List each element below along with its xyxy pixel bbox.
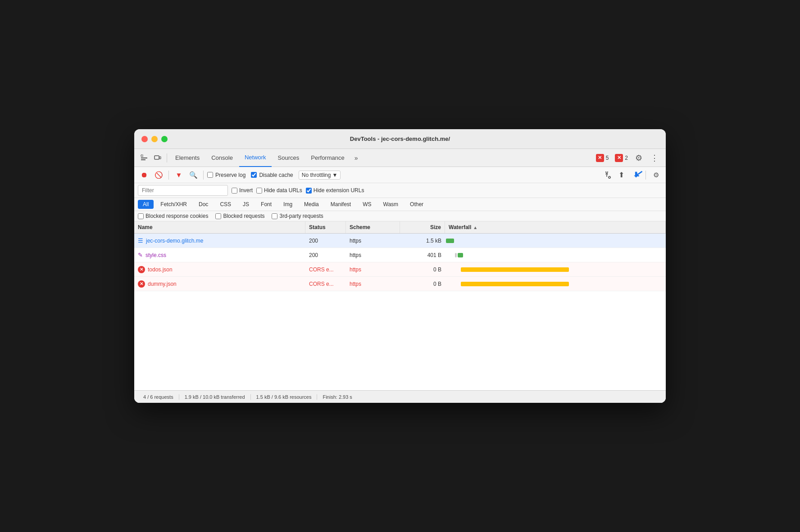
third-party-checkbox[interactable] — [272, 213, 277, 219]
wifi-settings-button[interactable] — [600, 169, 613, 181]
cell-waterfall-3 — [445, 262, 666, 277]
warning-x-icon: ✕ — [615, 154, 623, 162]
header-waterfall[interactable]: Waterfall ▲ — [445, 221, 666, 233]
cell-status-2: 200 — [305, 252, 346, 258]
block-filters: Blocked response cookies Blocked request… — [134, 211, 666, 221]
svg-rect-2 — [141, 159, 145, 160]
cell-waterfall-1 — [445, 234, 666, 248]
more-tabs-button[interactable]: » — [351, 153, 362, 163]
status-bar: 4 / 6 requests 1.9 kB / 10.0 kB transfer… — [134, 390, 666, 403]
warning-badge: ✕ 2 — [612, 153, 631, 163]
header-scheme[interactable]: Scheme — [346, 221, 400, 233]
cell-scheme-2: https — [346, 252, 400, 258]
tab-console[interactable]: Console — [206, 149, 238, 167]
cell-size-3: 0 B — [400, 266, 445, 273]
window-title: DevTools - jec-cors-demo.glitch.me/ — [350, 135, 450, 142]
record-button[interactable]: ⏺ — [138, 169, 150, 181]
cell-size-1: 1.5 kB — [400, 238, 445, 244]
throttle-select[interactable]: No throttling ▼ — [299, 171, 341, 180]
export-har-button[interactable]: ⬆ — [615, 169, 627, 181]
disable-cache-label[interactable]: Disable cache — [251, 172, 293, 178]
tab-performance[interactable]: Performance — [305, 149, 350, 167]
error-icon-4: ✕ — [138, 280, 145, 288]
type-filter-manifest[interactable]: Manifest — [326, 200, 356, 209]
blocked-requests-label[interactable]: Blocked requests — [215, 213, 264, 219]
invert-checkbox[interactable] — [232, 188, 237, 194]
cell-name-3: ✕ todos.json — [134, 266, 305, 273]
sort-arrow-icon: ▲ — [473, 225, 477, 230]
type-filter-media[interactable]: Media — [299, 200, 324, 209]
type-filter-js[interactable]: JS — [238, 200, 254, 209]
cell-status-4: CORS e... — [305, 281, 346, 287]
status-resources: 1.5 kB / 9.6 kB resources — [251, 394, 318, 400]
type-filter-doc[interactable]: Doc — [194, 200, 213, 209]
blocked-cookies-label[interactable]: Blocked response cookies — [138, 213, 208, 219]
tab-sources[interactable]: Sources — [273, 149, 305, 167]
table-row[interactable]: ☰ jec-cors-demo.glitch.me 200 https 1.5 … — [134, 234, 666, 248]
type-filter-css[interactable]: CSS — [215, 200, 236, 209]
window-controls — [141, 136, 168, 142]
blocked-cookies-checkbox[interactable] — [138, 213, 144, 219]
device-toolbar-button[interactable] — [151, 153, 164, 163]
invert-checkbox-label[interactable]: Invert — [232, 187, 253, 194]
type-filter-wasm[interactable]: Wasm — [378, 200, 404, 209]
warning-count: 2 — [625, 155, 628, 161]
filter-input[interactable] — [138, 185, 228, 196]
cell-status-3: CORS e... — [305, 266, 346, 273]
devtools-settings-button[interactable]: ⚙ — [632, 151, 646, 165]
cell-waterfall-4 — [445, 277, 666, 291]
type-filter-fetch-xhr[interactable]: Fetch/XHR — [155, 200, 192, 209]
hide-extension-urls-checkbox[interactable] — [306, 188, 312, 194]
header-name[interactable]: Name — [134, 221, 305, 233]
table-empty-space — [134, 291, 666, 390]
filter-button[interactable]: ▼ — [173, 169, 185, 181]
import-har-button[interactable]: ⬇ — [629, 169, 642, 181]
doc-icon: ☰ — [138, 237, 143, 244]
header-size[interactable]: Size — [400, 221, 445, 233]
search-button[interactable]: 🔍 — [187, 169, 200, 181]
toolbar-sep-3 — [645, 171, 646, 180]
cell-name-4: ✕ dummy.json — [134, 280, 305, 288]
type-filter-ws[interactable]: WS — [358, 200, 376, 209]
status-transferred: 1.9 kB / 10.0 kB transferred — [179, 394, 251, 400]
css-icon: ✎ — [138, 252, 143, 258]
tab-separator — [167, 153, 167, 162]
hide-data-urls-checkbox[interactable] — [256, 188, 262, 194]
devtools-more-button[interactable]: ⋮ — [647, 151, 662, 165]
disable-cache-checkbox[interactable] — [251, 172, 257, 178]
status-requests: 4 / 6 requests — [138, 394, 179, 400]
inspect-element-button[interactable] — [138, 153, 150, 163]
blocked-requests-checkbox[interactable] — [215, 213, 221, 219]
clear-button[interactable]: 🚫 — [152, 169, 165, 181]
maximize-button[interactable] — [161, 136, 168, 142]
type-filter-other[interactable]: Other — [405, 200, 428, 209]
preserve-log-checkbox[interactable] — [207, 172, 213, 178]
cell-status-1: 200 — [305, 238, 346, 244]
type-filter-img[interactable]: Img — [278, 200, 297, 209]
waterfall-bar-2 — [458, 253, 463, 257]
tab-network[interactable]: Network — [239, 149, 272, 167]
error-count: 5 — [606, 155, 609, 161]
filter-bar: Invert Hide data URLs Hide extension URL… — [134, 183, 666, 198]
tab-bar: Elements Console Network Sources Perform… — [134, 149, 666, 167]
preserve-log-label[interactable]: Preserve log — [207, 172, 245, 178]
waterfall-bar-4 — [461, 282, 569, 286]
table-row[interactable]: ✕ dummy.json CORS e... https 0 B — [134, 277, 666, 291]
network-table: Name Status Scheme Size Waterfall ▲ ☰ je… — [134, 221, 666, 390]
table-row[interactable]: ✎ style.css 200 https 401 B — [134, 248, 666, 262]
header-status[interactable]: Status — [305, 221, 346, 233]
close-button[interactable] — [141, 136, 148, 142]
minimize-button[interactable] — [151, 136, 158, 142]
type-filter-all[interactable]: All — [138, 200, 154, 209]
toolbar-sep-2 — [203, 171, 204, 180]
table-row[interactable]: ✕ todos.json CORS e... https 0 B — [134, 262, 666, 277]
tab-elements[interactable]: Elements — [170, 149, 205, 167]
third-party-label[interactable]: 3rd-party requests — [272, 213, 323, 219]
hide-extension-urls-label[interactable]: Hide extension URLs — [306, 187, 364, 194]
cell-scheme-3: https — [346, 266, 400, 273]
hide-data-urls-label[interactable]: Hide data URLs — [256, 187, 302, 194]
table-header: Name Status Scheme Size Waterfall ▲ — [134, 221, 666, 234]
network-settings-button[interactable]: ⚙ — [650, 169, 662, 181]
waterfall-bar-3 — [461, 267, 569, 272]
type-filter-font[interactable]: Font — [256, 200, 277, 209]
